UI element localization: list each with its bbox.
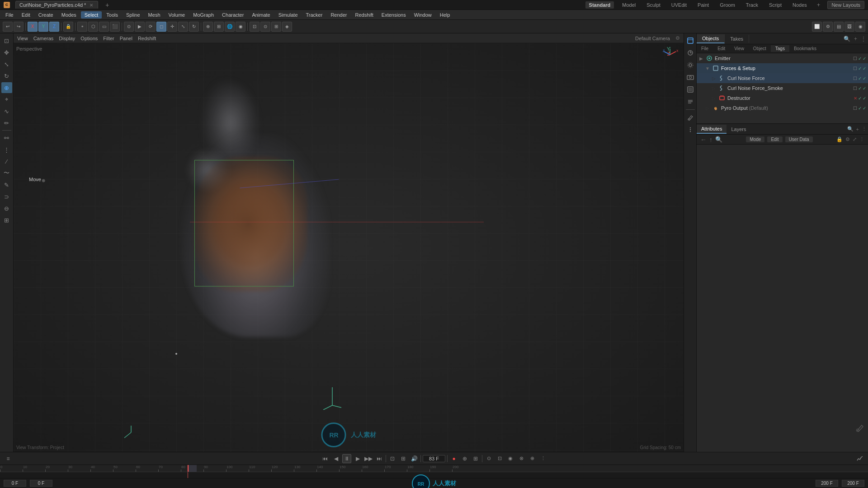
mode-uvedit-btn[interactable]: UVEdit [669, 1, 689, 9]
obj-add-btn[interactable]: + [852, 36, 859, 42]
tl-play-btn[interactable]: ▶ [353, 454, 362, 463]
menu-animate[interactable]: Animate [248, 11, 274, 19]
obj-row-pyro[interactable]: ▷ Pyro Output (Default) ☐ ✓ ✓ [697, 103, 868, 113]
menu-render[interactable]: Render [327, 11, 350, 19]
render-region-btn[interactable]: ◉ [855, 22, 865, 32]
move-tool-btn[interactable]: ✛ [167, 22, 177, 32]
obj-row-forces-setup[interactable]: ▼ Forces & Setup ☐ ✓ ✓ [697, 63, 868, 73]
tl-step-fwd[interactable]: ▶▶ [364, 454, 373, 463]
expand-emitter[interactable]: ▶ [698, 56, 704, 61]
r-takes-icon[interactable] [685, 47, 696, 58]
mirror-tool-btn[interactable]: ⊞ [1, 215, 12, 225]
menu-mesh[interactable]: Mesh [145, 11, 164, 19]
mode-track-btn[interactable]: Track [743, 1, 761, 9]
tab-takes[interactable]: Takes [725, 35, 749, 43]
sub-tab-tags[interactable]: Tags [771, 45, 789, 52]
axis-z-btn[interactable]: Z [49, 22, 59, 32]
current-frame-display[interactable]: 83 F [423, 455, 445, 462]
poly-pen-btn[interactable]: ✎ [1, 179, 12, 190]
render-to-pic-btn[interactable]: 🖼 [844, 22, 854, 32]
menu-mograph[interactable]: MoGraph [189, 11, 217, 19]
app-tab[interactable]: CurlNoise_PyroParticles.c4d * ✕ [15, 1, 98, 9]
tl-range-btn1[interactable]: ⊡ [388, 454, 397, 463]
r-settings-icon[interactable] [685, 60, 696, 70]
tl-stop-btn[interactable]: ⏸ [342, 454, 351, 463]
poly-btn[interactable]: ▭ [99, 22, 109, 32]
select-tool-btn[interactable]: ⊡ [1, 35, 12, 46]
options-menu[interactable]: Options [80, 36, 98, 41]
transform-btn[interactable]: ⊕ [1, 82, 12, 93]
tl-icon4[interactable]: ⊗ [517, 454, 526, 463]
camera-settings-icon[interactable]: ⚙ [675, 35, 680, 41]
snap-btn[interactable]: ⊕ [203, 22, 213, 32]
menu-simulate[interactable]: Simulate [275, 11, 302, 19]
undo-btn[interactable]: ↩ [3, 22, 13, 32]
redshift-menu[interactable]: Redshift [138, 36, 156, 41]
menu-tracker[interactable]: Tracker [302, 11, 326, 19]
viewport-canvas[interactable]: Perspective Y Z [14, 43, 684, 452]
axis-y-btn[interactable]: Y [38, 22, 48, 32]
more-btn3[interactable]: ⊞ [271, 22, 281, 32]
menu-select[interactable]: Select [81, 11, 102, 19]
attr-userdata-btn[interactable]: User Data [785, 136, 813, 142]
sub-tab-view[interactable]: View [730, 45, 749, 52]
move-3d-btn[interactable]: ✥ [1, 47, 12, 58]
tl-toggle-btn[interactable]: ≡ [4, 454, 13, 463]
attr-search-btn[interactable]: 🔍 [715, 136, 722, 143]
panel-menu[interactable]: Panel [120, 36, 132, 41]
expand-forces[interactable]: ▼ [705, 66, 710, 71]
attr-search-icon[interactable]: 🔍 [846, 126, 855, 132]
r-objects-icon[interactable] [685, 35, 696, 46]
add-layout-icon[interactable]: + [815, 1, 822, 8]
render-btn[interactable]: ⊙ [124, 22, 134, 32]
menu-edit[interactable]: Edit [18, 11, 34, 19]
attr-more-icon[interactable]: ⋮ [859, 136, 864, 142]
tl-icon1[interactable]: ⊙ [484, 454, 493, 463]
axis-x-btn[interactable]: X [28, 22, 38, 32]
tl-record-btn[interactable]: ● [449, 454, 458, 463]
r-attr-icon[interactable] [685, 96, 696, 107]
tl-goto-start[interactable]: ⏮ [321, 454, 330, 463]
tl-icon2[interactable]: ⊡ [495, 454, 504, 463]
menu-modes[interactable]: Modes [58, 11, 80, 19]
start-frame-input[interactable] [4, 480, 26, 487]
scale-3d-btn[interactable]: ⤡ [1, 59, 12, 70]
end-frame-input[interactable] [816, 480, 838, 487]
obj-more-btn[interactable]: ⋮ [859, 36, 868, 42]
tl-auto-btn[interactable]: ⊞ [471, 454, 480, 463]
render-view-btn[interactable]: ⬜ [812, 22, 822, 32]
sculpt-tool-btn[interactable]: ✏ [1, 117, 12, 128]
mode-standard-btn[interactable]: Standard [585, 1, 614, 9]
attr-up-btn[interactable]: ↑ [709, 136, 712, 143]
tl-range-btn2[interactable]: ⊞ [399, 454, 408, 463]
filter-menu[interactable]: Filter [103, 36, 114, 41]
mode-nodes-btn[interactable]: Nodes [790, 1, 810, 9]
sub-tab-edit[interactable]: Edit [713, 45, 730, 52]
menu-redshift[interactable]: Redshift [351, 11, 377, 19]
menu-file[interactable]: File [2, 11, 17, 19]
spline-tool-btn[interactable]: 〜 [1, 168, 12, 178]
tl-icon3[interactable]: ◉ [506, 454, 515, 463]
knife-tool-btn[interactable]: ∕ [1, 156, 12, 167]
menu-extensions[interactable]: Extensions [378, 11, 410, 19]
tl-step-back[interactable]: ◀ [331, 454, 340, 463]
close-tab-icon[interactable]: ✕ [90, 3, 93, 8]
sub-tab-bookmarks[interactable]: Bookmarks [789, 45, 821, 52]
mode-model-btn[interactable]: Model [619, 1, 638, 9]
scale-tool-btn[interactable]: ⤡ [178, 22, 188, 32]
render-queue-btn[interactable]: ▤ [834, 22, 844, 32]
magnet-tool-btn[interactable]: ⊖ [1, 203, 12, 214]
tl-graph-btn[interactable] [855, 454, 864, 463]
attr-mode-btn[interactable]: Mode [746, 136, 764, 142]
tl-audio-btn[interactable]: 🔊 [410, 454, 419, 463]
mode-paint-btn[interactable]: Paint [695, 1, 712, 9]
render-settings-btn[interactable]: ⚙ [823, 22, 833, 32]
deform-tool-btn[interactable]: ⚯ [1, 132, 12, 143]
redo-btn[interactable]: ↪ [14, 22, 24, 32]
attr-tab-layers[interactable]: Layers [726, 125, 750, 133]
more-btn2[interactable]: ⊙ [260, 22, 270, 32]
more-btn1[interactable]: ⊡ [250, 22, 259, 32]
more-btn4[interactable]: ◈ [282, 22, 292, 32]
tl-goto-end[interactable]: ⏭ [375, 454, 384, 463]
attr-settings-icon[interactable]: ⚙ [845, 136, 850, 142]
